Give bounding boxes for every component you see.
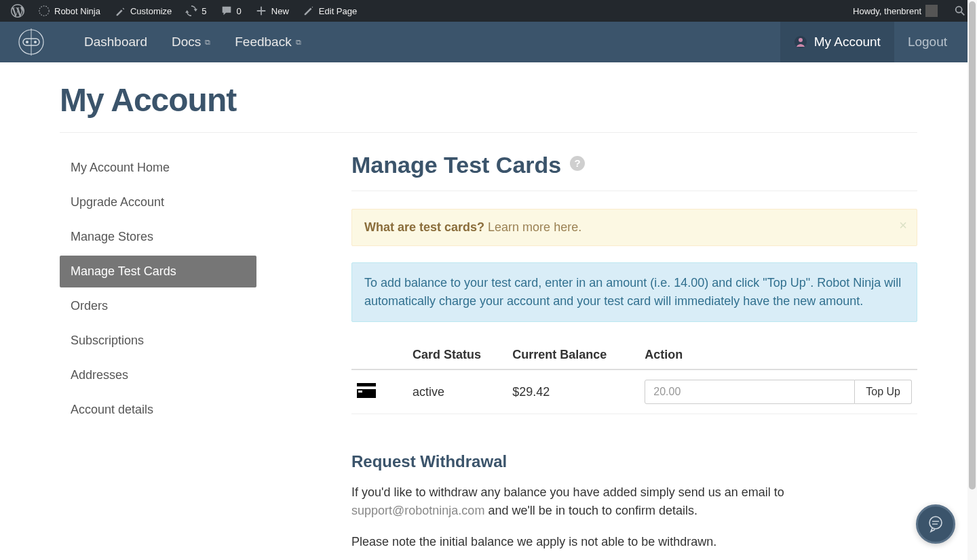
th-status: Card Status	[407, 341, 507, 369]
learn-more-link[interactable]: Learn more here.	[488, 220, 581, 234]
sidebar-item-orders[interactable]: Orders	[60, 290, 351, 322]
wp-logo[interactable]	[5, 4, 30, 18]
topup-button[interactable]: Top Up	[855, 380, 912, 404]
svg-point-6	[34, 41, 37, 43]
svg-point-14	[930, 517, 942, 529]
chat-icon	[927, 515, 944, 533]
wp-admin-bar: Robot Ninja Customize 5 0 New Edit Page …	[0, 0, 977, 22]
nav-feedback[interactable]: Feedback⧉	[235, 35, 301, 49]
scrollbar-thumb[interactable]	[969, 1, 976, 489]
wp-site-link[interactable]: Robot Ninja	[33, 5, 106, 17]
wp-greeting[interactable]: Howdy, thenbrent	[847, 5, 943, 17]
wp-updates[interactable]: 5	[180, 5, 212, 17]
svg-rect-13	[358, 391, 362, 393]
wp-edit[interactable]: Edit Page	[297, 5, 362, 17]
site-header: Dashboard Docs⧉ Feedback⧉ My Account Log…	[0, 22, 977, 62]
sidebar-item-account-details[interactable]: Account details	[60, 394, 351, 426]
alert-strong: What are test cards?	[364, 220, 484, 234]
th-icon	[351, 341, 407, 369]
svg-point-1	[956, 7, 962, 13]
credit-card-icon	[357, 383, 376, 398]
nav-my-account[interactable]: My Account	[780, 22, 894, 62]
page-title: My Account	[60, 81, 917, 119]
sidebar-item-stores[interactable]: Manage Stores	[60, 221, 351, 253]
divider	[351, 191, 917, 191]
table-row: active $29.42 Top Up	[351, 369, 917, 414]
svg-rect-11	[357, 383, 376, 386]
withdrawal-title: Request Withdrawal	[351, 452, 917, 471]
svg-text:?: ?	[575, 157, 581, 169]
topup-input[interactable]	[645, 380, 855, 404]
chat-widget[interactable]	[916, 504, 955, 544]
nav-dashboard[interactable]: Dashboard	[84, 35, 147, 49]
test-cards-table: Card Status Current Balance Action activ…	[351, 341, 917, 414]
withdrawal-note: Please note the initial balance we apply…	[351, 535, 917, 549]
alert-info: To add balance to your test card, enter …	[351, 262, 917, 322]
nav-logout[interactable]: Logout	[894, 35, 961, 49]
section-title: Manage Test Cards ?	[351, 152, 917, 178]
wp-comments[interactable]: 0	[215, 5, 247, 17]
close-icon[interactable]: ×	[899, 218, 907, 233]
wp-customize[interactable]: Customize	[109, 5, 177, 17]
scrollbar[interactable]	[968, 0, 977, 560]
alert-warning: What are test cards? Learn more here. ×	[351, 209, 917, 246]
withdrawal-text: If you'd like to withdraw any balance yo…	[351, 483, 917, 520]
svg-point-0	[39, 6, 49, 16]
th-balance: Current Balance	[507, 341, 639, 369]
cell-status: active	[407, 369, 507, 414]
main-content: Manage Test Cards ? What are test cards?…	[351, 152, 917, 549]
svg-point-5	[26, 41, 28, 43]
sidebar-item-upgrade[interactable]: Upgrade Account	[60, 186, 351, 218]
support-email-link[interactable]: support@robotninja.com	[351, 504, 484, 517]
logo[interactable]	[16, 27, 46, 57]
sidebar-item-addresses[interactable]: Addresses	[60, 359, 351, 391]
cell-balance: $29.42	[507, 369, 639, 414]
help-icon[interactable]: ?	[569, 155, 586, 176]
avatar	[925, 5, 938, 17]
wp-site-name: Robot Ninja	[54, 6, 100, 16]
external-link-icon: ⧉	[205, 38, 210, 47]
sidebar: My Account Home Upgrade Account Manage S…	[60, 152, 351, 549]
sidebar-item-home[interactable]: My Account Home	[60, 152, 351, 184]
svg-point-8	[799, 38, 803, 42]
user-avatar-icon	[794, 35, 807, 49]
sidebar-item-test-cards[interactable]: Manage Test Cards	[60, 256, 256, 287]
wp-new[interactable]: New	[250, 5, 294, 17]
svg-rect-12	[357, 389, 376, 398]
external-link-icon: ⧉	[296, 38, 301, 47]
divider	[60, 132, 917, 133]
sidebar-item-subscriptions[interactable]: Subscriptions	[60, 325, 351, 357]
nav-docs[interactable]: Docs⧉	[172, 35, 210, 49]
th-action: Action	[639, 341, 917, 369]
